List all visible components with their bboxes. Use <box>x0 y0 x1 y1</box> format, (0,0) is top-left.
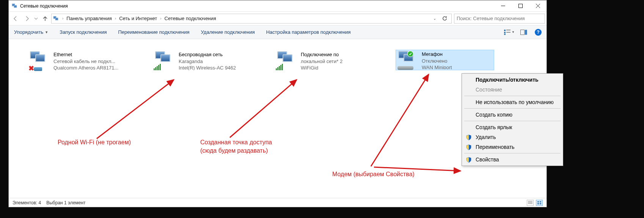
command-bar: Упорядочить▼ Запуск подключения Переимен… <box>9 25 547 39</box>
item-count: Элементов: 4 <box>13 200 41 205</box>
menu-delete[interactable]: Удалить <box>463 132 562 142</box>
selection-info: Выбран 1 элемент <box>46 200 85 205</box>
svg-rect-19 <box>540 201 541 202</box>
cable-icon <box>34 67 42 71</box>
menu-connect-disconnect[interactable]: Подключить/отключить <box>463 75 562 85</box>
view-options-button[interactable]: ▼ <box>504 28 515 37</box>
signal-bars-icon <box>154 63 161 70</box>
chevron-right-icon: › <box>60 16 66 21</box>
chevron-right-icon: › <box>113 16 118 21</box>
breadcrumb[interactable]: › Панель управления › Сеть и Интернет › … <box>51 14 452 24</box>
connection-device: WAN Miniport <box>422 64 452 69</box>
modem-icon: ✓ <box>397 51 421 70</box>
menu-create-shortcut[interactable]: Создать ярлык <box>463 122 562 132</box>
connection-name: Беспроводная сеть <box>179 51 236 58</box>
menu-separator <box>464 108 561 109</box>
svg-rect-10 <box>504 32 506 33</box>
rename-connection-button[interactable]: Переименование подключения <box>116 28 192 36</box>
network-connections-icon <box>52 15 60 22</box>
titlebar: Сетевые подключения <box>9 0 547 12</box>
svg-rect-21 <box>540 203 541 204</box>
wifi-adapter-icon <box>276 51 300 70</box>
window-title: Сетевые подключения <box>20 3 68 9</box>
delete-connection-button[interactable]: Удаление подключения <box>199 28 257 36</box>
svg-rect-18 <box>537 201 539 202</box>
connection-name: Мегафон <box>422 51 452 58</box>
preview-pane-button[interactable] <box>518 28 529 37</box>
search-input[interactable]: Поиск: Сетевые подключения <box>454 14 545 24</box>
connection-status: Отключено <box>422 58 452 65</box>
svg-rect-9 <box>506 30 510 30</box>
svg-rect-20 <box>537 203 539 204</box>
connection-device: Intel(R) Wireless-AC 9462 <box>179 65 236 70</box>
menu-create-copy[interactable]: Создать копию <box>463 110 562 120</box>
organize-menu[interactable]: Упорядочить▼ <box>12 28 50 36</box>
window-controls <box>494 0 547 12</box>
configure-connection-button[interactable]: Настройка параметров подключения <box>264 28 353 36</box>
connection-wifi[interactable]: Беспроводная сеть Karaganda Intel(R) Wir… <box>153 51 259 71</box>
statusbar: Элементов: 4 Выбран 1 элемент <box>9 198 547 207</box>
connection-device: Qualcomm Atheros AR8171... <box>53 65 118 70</box>
context-menu: Подключить/отключить Состояние Не исполь… <box>462 73 563 166</box>
forward-button[interactable] <box>22 13 32 24</box>
minimize-button[interactable] <box>494 0 512 12</box>
chevron-right-icon: › <box>158 16 163 21</box>
wifi-adapter-icon <box>154 51 178 70</box>
help-button[interactable]: ? <box>533 28 543 37</box>
svg-rect-3 <box>518 4 522 8</box>
recent-dropdown[interactable] <box>33 13 39 24</box>
details-view-button[interactable] <box>527 200 534 206</box>
svg-rect-7 <box>55 18 58 20</box>
connection-lan2[interactable]: Подключение по локальной сети* 2 WiFiGid <box>275 51 381 71</box>
svg-rect-11 <box>506 32 510 33</box>
modem-device-icon <box>397 66 413 70</box>
connection-ethernet[interactable]: ✖ Ethernet Сетевой кабель не подкл... Qu… <box>28 51 134 71</box>
close-button[interactable] <box>529 0 547 12</box>
help-icon: ? <box>535 29 542 36</box>
breadcrumb-item[interactable]: Панель управления <box>66 16 112 21</box>
search-placeholder: Поиск: Сетевые подключения <box>457 16 525 21</box>
back-button[interactable] <box>10 13 21 24</box>
menu-properties[interactable]: Свойства <box>463 155 562 164</box>
connection-status: Karaganda <box>179 58 236 65</box>
refresh-button[interactable] <box>440 14 449 23</box>
connection-status: Сетевой кабель не подкл... <box>53 58 118 65</box>
connection-megafon[interactable]: ✓ Мегафон Отключено WAN Miniport <box>396 50 494 70</box>
navbar: › Панель управления › Сеть и Интернет › … <box>9 12 547 25</box>
svg-rect-8 <box>504 30 506 31</box>
menu-status: Состояние <box>463 85 562 95</box>
connection-name: Ethernet <box>53 51 118 58</box>
signal-bars-icon <box>276 63 283 70</box>
svg-rect-1 <box>14 5 17 8</box>
icons-view-button[interactable] <box>536 200 543 206</box>
shield-icon <box>466 144 472 150</box>
connection-status: локальной сети* 2 <box>301 58 342 65</box>
check-icon: ✓ <box>407 51 413 57</box>
shield-icon <box>466 134 472 141</box>
breadcrumb-item[interactable]: Сетевые подключения <box>164 16 217 21</box>
shield-icon <box>466 157 472 163</box>
network-connections-icon <box>12 3 18 9</box>
svg-rect-13 <box>521 30 525 35</box>
start-connection-button[interactable]: Запуск подключения <box>57 28 109 36</box>
menu-unset-default[interactable]: Не использовать по умолчанию <box>463 97 562 107</box>
connection-name: Подключение по <box>301 51 342 58</box>
svg-rect-14 <box>525 30 527 35</box>
menu-separator <box>464 153 561 153</box>
up-button[interactable] <box>40 13 50 24</box>
connection-device: WiFiGid <box>301 65 342 70</box>
breadcrumb-item[interactable]: Сеть и Интернет <box>118 16 158 21</box>
menu-rename[interactable]: Переименовать <box>463 142 562 152</box>
chevron-down-icon[interactable]: ⌄ <box>431 16 438 21</box>
menu-separator <box>464 96 561 96</box>
svg-rect-12 <box>504 34 506 35</box>
menu-separator <box>464 121 561 121</box>
maximize-button[interactable] <box>512 0 529 12</box>
ethernet-icon: ✖ <box>28 51 53 70</box>
